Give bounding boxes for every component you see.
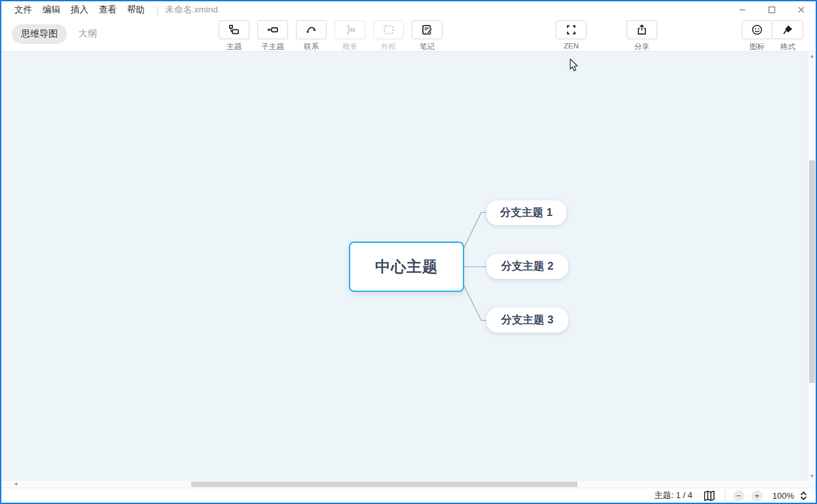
zoom-in-button[interactable]: +	[752, 490, 763, 501]
zen-button-box	[556, 20, 587, 39]
menu-view[interactable]: 查看	[99, 4, 117, 16]
share-button[interactable]: 分享	[626, 20, 657, 52]
status-bar: 主题: 1 / 4 − + 100%	[1, 488, 816, 503]
statusbar-divider	[725, 490, 725, 501]
icons-button-label: 图标	[742, 42, 772, 52]
relationship-button-label: 联系	[296, 42, 327, 52]
mindmap-canvas[interactable]: 中心主题 分支主题 1 分支主题 2 分支主题 3 ▲ ▼	[1, 52, 816, 481]
share-button-label: 分享	[626, 42, 657, 52]
topic-button-label: 主题	[219, 42, 249, 52]
horizontal-scrollbar-thumb[interactable]	[191, 482, 577, 487]
window-controls	[727, 1, 816, 18]
vertical-scrollbar[interactable]: ▲ ▼	[808, 52, 816, 481]
central-topic[interactable]: 中心主题	[349, 242, 464, 292]
icons-button[interactable]: 图标	[742, 20, 772, 52]
document-filename: 未命名.xmind	[165, 4, 217, 16]
zen-button-label: ZEN	[556, 42, 587, 50]
zoom-level[interactable]: 100%	[772, 491, 794, 501]
relationship-button[interactable]: 联系	[296, 20, 327, 52]
relationship-button-box	[296, 20, 327, 39]
overview-map-button[interactable]	[703, 490, 716, 502]
subtopic-icon	[266, 24, 279, 36]
topic-button-box	[219, 20, 249, 39]
format-button-label: 格式	[772, 42, 803, 52]
boundary-button-box	[373, 20, 404, 39]
relationship-icon	[305, 24, 318, 36]
summary-button-box	[335, 20, 365, 39]
view-tabs: 思维导图 大纲	[12, 24, 97, 44]
chevron-up-down-icon	[799, 491, 808, 501]
subtopic-button-box	[257, 20, 288, 39]
notes-button[interactable]: 笔记	[412, 20, 443, 52]
zen-icon	[565, 24, 577, 36]
zen-button[interactable]: ZEN	[556, 20, 587, 50]
topic-icon	[228, 24, 240, 36]
tab-outline[interactable]: 大纲	[79, 28, 97, 40]
summary-button: 概要	[335, 20, 365, 52]
scroll-up-arrow-icon[interactable]: ▲	[808, 53, 816, 60]
menu-help[interactable]: 帮助	[127, 4, 145, 16]
tab-mindmap[interactable]: 思维导图	[12, 24, 67, 44]
menu-edit[interactable]: 编辑	[43, 4, 60, 16]
zoom-spinner-button[interactable]	[799, 491, 808, 501]
icons-button-box	[742, 20, 772, 39]
emoji-icon	[751, 24, 763, 36]
format-brush-icon	[782, 24, 794, 36]
share-icon	[636, 24, 648, 36]
zoom-out-button[interactable]: −	[733, 490, 744, 501]
menu-bar: 文件 编辑 插入 查看 帮助 | 未命名.xmind	[1, 1, 816, 18]
close-icon	[797, 6, 805, 14]
menu-separator: |	[156, 5, 158, 15]
topic-button[interactable]: 主题	[219, 20, 249, 52]
topic-count: 主题: 1 / 4	[654, 490, 693, 501]
scroll-down-arrow-icon[interactable]: ▼	[808, 473, 816, 480]
vertical-scrollbar-thumb[interactable]	[809, 160, 815, 383]
branch-topic-3[interactable]: 分支主题 3	[486, 308, 568, 333]
share-button-box	[626, 20, 657, 39]
minimize-icon	[738, 6, 746, 14]
notes-button-label: 笔记	[412, 42, 443, 52]
maximize-button[interactable]	[757, 1, 786, 18]
branch-topic-1[interactable]: 分支主题 1	[486, 200, 566, 225]
menu-file[interactable]: 文件	[14, 4, 32, 16]
menu-insert[interactable]: 插入	[71, 4, 88, 16]
boundary-icon	[382, 24, 395, 36]
notes-icon	[421, 24, 433, 36]
format-button-box	[772, 20, 803, 39]
toolbar: 思维导图 大纲 主题 子主题	[1, 18, 816, 52]
toolbar-right-group: 图标 格式	[742, 20, 803, 52]
app-window: 文件 编辑 插入 查看 帮助 | 未命名.xmind 思维导图 大纲	[0, 0, 817, 504]
maximize-icon	[768, 6, 776, 14]
notes-button-box	[412, 20, 443, 39]
scroll-left-arrow-icon[interactable]: ◄	[13, 481, 18, 488]
subtopic-button[interactable]: 子主题	[257, 20, 288, 52]
subtopic-button-label: 子主题	[257, 42, 288, 52]
minimize-button[interactable]	[727, 1, 757, 18]
branch-topic-2[interactable]: 分支主题 2	[486, 254, 568, 279]
summary-button-label: 概要	[335, 42, 365, 52]
map-icon	[703, 490, 716, 502]
close-button[interactable]	[786, 1, 816, 18]
mouse-cursor-icon	[570, 58, 579, 72]
boundary-button: 外框	[373, 20, 404, 52]
horizontal-scrollbar[interactable]: ◄	[1, 481, 816, 488]
format-button[interactable]: 格式	[772, 20, 803, 52]
boundary-button-label: 外框	[373, 42, 404, 52]
summary-icon	[344, 24, 356, 36]
